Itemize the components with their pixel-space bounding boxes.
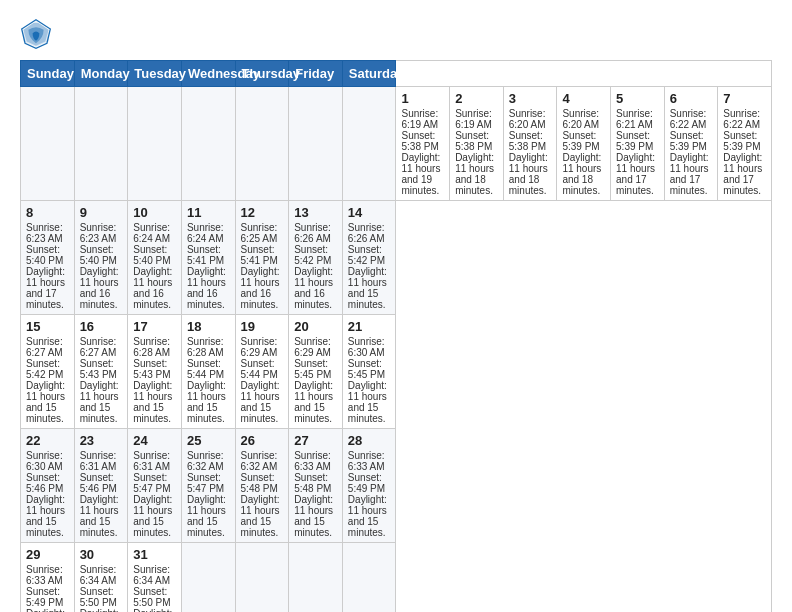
daylight-hours: Daylight: 11 hours and 15 minutes.	[187, 380, 226, 424]
calendar-week-row: 29 Sunrise: 6:33 AM Sunset: 5:49 PM Dayl…	[21, 543, 772, 613]
sunset-time: Sunset: 5:46 PM	[80, 472, 117, 494]
daylight-hours: Daylight: 11 hours and 15 minutes.	[294, 380, 333, 424]
calendar-cell: 10 Sunrise: 6:24 AM Sunset: 5:40 PM Dayl…	[128, 201, 182, 315]
daylight-hours: Daylight: 11 hours and 15 minutes.	[133, 380, 172, 424]
calendar-week-row: 15 Sunrise: 6:27 AM Sunset: 5:42 PM Dayl…	[21, 315, 772, 429]
day-number: 30	[80, 547, 123, 562]
calendar-cell: 2 Sunrise: 6:19 AM Sunset: 5:38 PM Dayli…	[450, 87, 504, 201]
sunrise-time: Sunrise: 6:26 AM	[348, 222, 385, 244]
day-number: 29	[26, 547, 69, 562]
day-number: 10	[133, 205, 176, 220]
calendar-cell	[21, 87, 75, 201]
sunrise-time: Sunrise: 6:30 AM	[26, 450, 63, 472]
page: SundayMondayTuesdayWednesdayThursdayFrid…	[0, 0, 792, 612]
sunrise-time: Sunrise: 6:19 AM	[401, 108, 438, 130]
calendar-cell: 28 Sunrise: 6:33 AM Sunset: 5:49 PM Dayl…	[342, 429, 396, 543]
sunrise-time: Sunrise: 6:32 AM	[187, 450, 224, 472]
day-number: 14	[348, 205, 391, 220]
day-number: 20	[294, 319, 337, 334]
sunset-time: Sunset: 5:46 PM	[26, 472, 63, 494]
calendar-cell	[235, 87, 289, 201]
calendar-cell: 27 Sunrise: 6:33 AM Sunset: 5:48 PM Dayl…	[289, 429, 343, 543]
daylight-hours: Daylight: 11 hours and 15 minutes.	[241, 494, 280, 538]
sunrise-time: Sunrise: 6:21 AM	[616, 108, 653, 130]
sunset-time: Sunset: 5:40 PM	[133, 244, 170, 266]
day-number: 23	[80, 433, 123, 448]
calendar-cell	[181, 543, 235, 613]
day-number: 19	[241, 319, 284, 334]
sunset-time: Sunset: 5:39 PM	[670, 130, 707, 152]
daylight-hours: Daylight: 11 hours and 18 minutes.	[562, 152, 601, 196]
logo-icon	[20, 18, 52, 50]
calendar-cell: 9 Sunrise: 6:23 AM Sunset: 5:40 PM Dayli…	[74, 201, 128, 315]
sunrise-time: Sunrise: 6:22 AM	[670, 108, 707, 130]
sunset-time: Sunset: 5:47 PM	[187, 472, 224, 494]
daylight-hours: Daylight: 11 hours and 18 minutes.	[509, 152, 548, 196]
calendar-week-row: 8 Sunrise: 6:23 AM Sunset: 5:40 PM Dayli…	[21, 201, 772, 315]
sunrise-time: Sunrise: 6:22 AM	[723, 108, 760, 130]
day-number: 13	[294, 205, 337, 220]
daylight-hours: Daylight: 11 hours and 15 minutes.	[26, 494, 65, 538]
weekday-header: Saturday	[342, 61, 396, 87]
calendar-cell: 6 Sunrise: 6:22 AM Sunset: 5:39 PM Dayli…	[664, 87, 718, 201]
sunset-time: Sunset: 5:38 PM	[455, 130, 492, 152]
day-number: 21	[348, 319, 391, 334]
calendar-cell: 21 Sunrise: 6:30 AM Sunset: 5:45 PM Dayl…	[342, 315, 396, 429]
daylight-hours: Daylight: 11 hours and 16 minutes.	[80, 266, 119, 310]
sunset-time: Sunset: 5:50 PM	[80, 586, 117, 608]
sunrise-time: Sunrise: 6:30 AM	[348, 336, 385, 358]
day-number: 9	[80, 205, 123, 220]
day-number: 7	[723, 91, 766, 106]
calendar-cell: 29 Sunrise: 6:33 AM Sunset: 5:49 PM Dayl…	[21, 543, 75, 613]
sunrise-time: Sunrise: 6:29 AM	[294, 336, 331, 358]
sunset-time: Sunset: 5:41 PM	[241, 244, 278, 266]
weekday-header: Thursday	[235, 61, 289, 87]
day-number: 24	[133, 433, 176, 448]
daylight-hours: Daylight: 11 hours and 15 minutes.	[26, 380, 65, 424]
daylight-hours: Daylight: 11 hours and 17 minutes.	[670, 152, 709, 196]
sunset-time: Sunset: 5:42 PM	[348, 244, 385, 266]
calendar-cell: 11 Sunrise: 6:24 AM Sunset: 5:41 PM Dayl…	[181, 201, 235, 315]
sunset-time: Sunset: 5:44 PM	[241, 358, 278, 380]
calendar-cell: 18 Sunrise: 6:28 AM Sunset: 5:44 PM Dayl…	[181, 315, 235, 429]
calendar-week-row: 22 Sunrise: 6:30 AM Sunset: 5:46 PM Dayl…	[21, 429, 772, 543]
calendar-cell: 5 Sunrise: 6:21 AM Sunset: 5:39 PM Dayli…	[611, 87, 665, 201]
daylight-hours: Daylight: 11 hours and 15 minutes.	[133, 494, 172, 538]
daylight-hours: Daylight: 11 hours and 16 minutes.	[80, 608, 119, 612]
calendar-cell	[235, 543, 289, 613]
day-number: 12	[241, 205, 284, 220]
daylight-hours: Daylight: 11 hours and 16 minutes.	[294, 266, 333, 310]
daylight-hours: Daylight: 11 hours and 16 minutes.	[187, 266, 226, 310]
calendar-cell	[74, 87, 128, 201]
sunset-time: Sunset: 5:48 PM	[294, 472, 331, 494]
sunrise-time: Sunrise: 6:31 AM	[133, 450, 170, 472]
sunrise-time: Sunrise: 6:23 AM	[26, 222, 63, 244]
day-number: 16	[80, 319, 123, 334]
day-number: 26	[241, 433, 284, 448]
calendar-cell: 17 Sunrise: 6:28 AM Sunset: 5:43 PM Dayl…	[128, 315, 182, 429]
calendar-cell: 8 Sunrise: 6:23 AM Sunset: 5:40 PM Dayli…	[21, 201, 75, 315]
calendar-cell	[181, 87, 235, 201]
calendar-header-row: SundayMondayTuesdayWednesdayThursdayFrid…	[21, 61, 772, 87]
calendar-cell	[342, 543, 396, 613]
sunrise-time: Sunrise: 6:23 AM	[80, 222, 117, 244]
sunrise-time: Sunrise: 6:33 AM	[26, 564, 63, 586]
calendar-cell: 20 Sunrise: 6:29 AM Sunset: 5:45 PM Dayl…	[289, 315, 343, 429]
sunset-time: Sunset: 5:45 PM	[294, 358, 331, 380]
sunrise-time: Sunrise: 6:24 AM	[133, 222, 170, 244]
day-number: 27	[294, 433, 337, 448]
weekday-header: Monday	[74, 61, 128, 87]
sunset-time: Sunset: 5:41 PM	[187, 244, 224, 266]
daylight-hours: Daylight: 11 hours and 16 minutes.	[133, 266, 172, 310]
calendar-cell: 19 Sunrise: 6:29 AM Sunset: 5:44 PM Dayl…	[235, 315, 289, 429]
calendar-cell: 12 Sunrise: 6:25 AM Sunset: 5:41 PM Dayl…	[235, 201, 289, 315]
sunset-time: Sunset: 5:39 PM	[562, 130, 599, 152]
sunrise-time: Sunrise: 6:20 AM	[562, 108, 599, 130]
sunset-time: Sunset: 5:43 PM	[80, 358, 117, 380]
sunset-time: Sunset: 5:44 PM	[187, 358, 224, 380]
daylight-hours: Daylight: 11 hours and 15 minutes.	[26, 608, 65, 612]
daylight-hours: Daylight: 11 hours and 16 minutes.	[241, 266, 280, 310]
sunrise-time: Sunrise: 6:27 AM	[26, 336, 63, 358]
daylight-hours: Daylight: 11 hours and 18 minutes.	[455, 152, 494, 196]
calendar-cell: 24 Sunrise: 6:31 AM Sunset: 5:47 PM Dayl…	[128, 429, 182, 543]
